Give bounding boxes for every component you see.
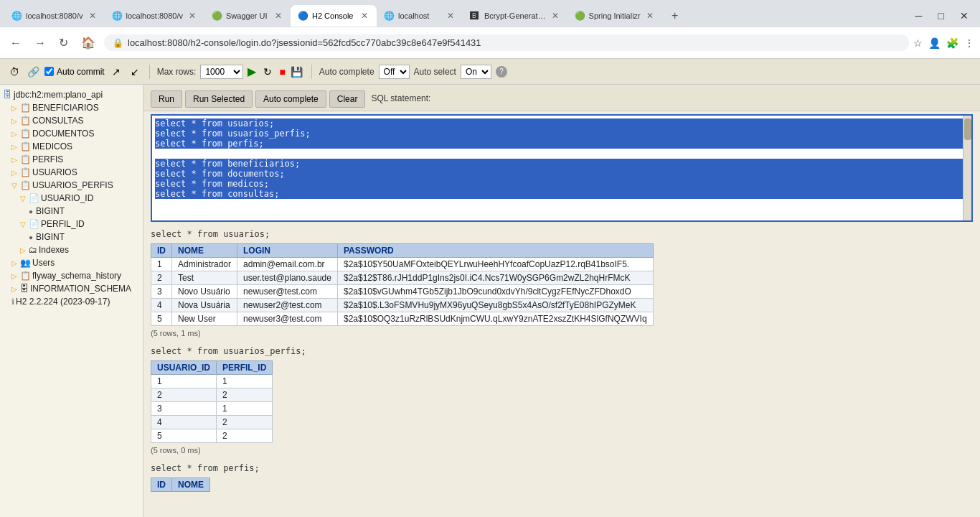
sidebar-indexes[interactable]: ▷ 🗂 Indexes [0, 243, 143, 256]
clear-button[interactable]: Clear [329, 90, 366, 108]
new-tab-button[interactable]: + [665, 6, 685, 26]
sidebar-beneficiarios[interactable]: ▷ 📋 BENEFICIARIOS [0, 101, 143, 114]
cell-login: newuser@test.com [237, 285, 338, 299]
tab-1[interactable]: 🌐 localhost:8080/v ✕ [4, 5, 105, 27]
sql-editor[interactable]: select * from usuarios; select * from us… [151, 114, 973, 222]
history-icon[interactable]: ⏱ [7, 65, 22, 79]
sidebar-consultas[interactable]: ▷ 📋 CONSULTAS [0, 114, 143, 127]
run-icon[interactable]: ▶ [248, 65, 256, 78]
tab-4-close[interactable]: ✕ [359, 9, 369, 22]
sidebar-info-schema[interactable]: ▷ 🗄 INFORMATION_SCHEMA [0, 282, 143, 295]
reload-button[interactable]: ↻ [55, 33, 72, 52]
browser-window: 🌐 localhost:8080/v ✕ 🌐 localhost:8080/v … [0, 0, 980, 517]
sidebar-users[interactable]: ▷ 👥 Users [0, 256, 143, 269]
window-controls: ─ □ ✕ [908, 7, 976, 24]
auto-complete-button[interactable]: Auto complete [255, 90, 326, 108]
auto-complete-select[interactable]: Off On [379, 65, 410, 79]
tab-2-title: localhost:8080/v [126, 11, 184, 20]
sidebar-medicos[interactable]: ▷ 📋 MEDICOS [0, 140, 143, 153]
expand-info-schema: ▷ [11, 285, 17, 293]
tab-1-close[interactable]: ✕ [88, 9, 98, 22]
cell-usuario_id: 5 [151, 429, 217, 443]
beneficiarios-label: BENEFICIARIOS [32, 103, 99, 113]
table-icon-2: 📋 [20, 116, 31, 126]
profile-icon[interactable]: 👤 [928, 37, 941, 49]
tab-7[interactable]: 🟢 Spring Initializr ✕ [567, 5, 662, 27]
sidebar-connection[interactable]: 🗄 jdbc:h2:mem:plano_api [0, 88, 143, 101]
export-icon[interactable]: ↗ [109, 65, 123, 79]
bigint-2-label: BIGINT [36, 232, 65, 242]
column-icon-2: 📄 [29, 219, 39, 229]
refresh2-icon[interactable]: ↻ [260, 65, 275, 79]
query2-table: USUARIO_ID PERFIL_ID 1122314252 [151, 360, 273, 443]
tab-5-title: localhost [398, 11, 441, 20]
table-icon-8: 📋 [20, 271, 31, 281]
sidebar-usuario-id[interactable]: ▽ 📄 USUARIO_ID [0, 192, 143, 205]
auto-commit-checkbox[interactable] [44, 67, 54, 76]
column-icon-1: 📄 [29, 193, 39, 203]
sql-line-7: select * from medicos; [155, 179, 969, 189]
sidebar-usuarios[interactable]: ▷ 📋 USUARIOS [0, 166, 143, 179]
table-row: 52 [151, 429, 273, 443]
url-text: localhost:8080/h2-console/login.do?jsess… [128, 37, 900, 48]
close-button[interactable]: ✕ [953, 7, 976, 24]
sidebar-bigint-1[interactable]: ● BIGINT [0, 205, 143, 218]
home-button[interactable]: 🏠 [77, 33, 100, 52]
auto-commit-text: Auto commit [57, 67, 105, 77]
back-button[interactable]: ← [6, 34, 26, 52]
table-row: 11 [151, 375, 273, 388]
refresh-icon[interactable]: 🔗 [26, 65, 40, 79]
tab-5[interactable]: 🌐 localhost ✕ [377, 5, 463, 27]
sidebar-documentos[interactable]: ▷ 📋 DOCUMENTOS [0, 127, 143, 140]
bookmark-icon[interactable]: ☆ [913, 37, 923, 49]
cell-nome: Administrador [172, 258, 237, 271]
query1-table: ID NOME LOGIN PASSWORD 1Administradoradm… [151, 243, 654, 326]
auto-select-select[interactable]: On Off [461, 65, 491, 79]
maximize-button[interactable]: □ [931, 7, 951, 24]
max-rows-select[interactable]: 1000 100 500 10000 [200, 65, 243, 79]
table-icon-6: 📋 [20, 167, 31, 177]
tab-7-close[interactable]: ✕ [645, 9, 655, 22]
tab-6-title: Bcrypt-Generat… [484, 11, 546, 20]
tab-5-favicon: 🌐 [384, 11, 394, 21]
tab-2-close[interactable]: ✕ [187, 9, 197, 22]
save-icon[interactable]: 💾 [290, 65, 304, 79]
tab-6-close[interactable]: ✕ [550, 9, 560, 22]
tab-4-title: H2 Console [312, 11, 355, 20]
auto-select-label: Auto select [414, 67, 456, 77]
tab-4[interactable]: 🔵 H2 Console ✕ [291, 5, 377, 27]
tab-7-favicon: 🟢 [575, 11, 585, 21]
import-icon[interactable]: ↙ [128, 65, 142, 79]
sidebar-perfis[interactable]: ▷ 📋 PERFIS [0, 153, 143, 166]
stop-icon[interactable]: ■ [279, 66, 285, 78]
extension-icon[interactable]: 🧩 [946, 37, 958, 49]
sql-line-6: select * from documentos; [155, 169, 969, 179]
tab-3-close[interactable]: ✕ [273, 9, 283, 22]
sidebar-bigint-2[interactable]: ● BIGINT [0, 230, 143, 243]
menu-icon[interactable]: ⋮ [964, 37, 974, 49]
run-selected-button[interactable]: Run Selected [185, 90, 253, 108]
minimize-button[interactable]: ─ [908, 7, 930, 24]
url-bar[interactable]: 🔒 localhost:8080/h2-console/login.do?jse… [104, 34, 909, 51]
cell-login: admin@email.com.br [237, 258, 338, 271]
expand-index: ▷ [20, 246, 26, 254]
sidebar-perfil-id[interactable]: ▽ 📄 PERFIL_ID [0, 218, 143, 230]
tab-3[interactable]: 🟢 Swagger UI ✕ [204, 5, 291, 27]
forward-button[interactable]: → [30, 34, 50, 52]
help-button[interactable]: ? [496, 66, 507, 78]
auto-commit-label[interactable]: Auto commit [44, 67, 105, 77]
table-row: 4Nova Usuárianewuser2@test.com$2a$10$.L3… [151, 299, 654, 312]
col-nome-3: NOME [172, 478, 210, 492]
connection-label: jdbc:h2:mem:plano_api [14, 90, 103, 100]
info-icon: ℹ [11, 297, 14, 307]
database-icon: 🗄 [3, 89, 12, 100]
run-button[interactable]: Run [151, 90, 182, 108]
tab-2[interactable]: 🌐 localhost:8080/v ✕ [105, 5, 205, 27]
sidebar-flyway[interactable]: ▷ 📋 flyway_schema_history [0, 269, 143, 282]
query1-label: select * from usuarios; [151, 229, 973, 239]
sidebar-usuarios-perfis[interactable]: ▽ 📋 USUARIOS_PERFIS [0, 179, 143, 192]
sidebar: 🗄 jdbc:h2:mem:plano_api ▷ 📋 BENEFICIARIO… [0, 85, 143, 517]
consultas-label: CONSULTAS [32, 116, 84, 126]
tab-5-close[interactable]: ✕ [446, 9, 456, 22]
tab-6[interactable]: 🅱 Bcrypt-Generat… ✕ [463, 5, 567, 27]
